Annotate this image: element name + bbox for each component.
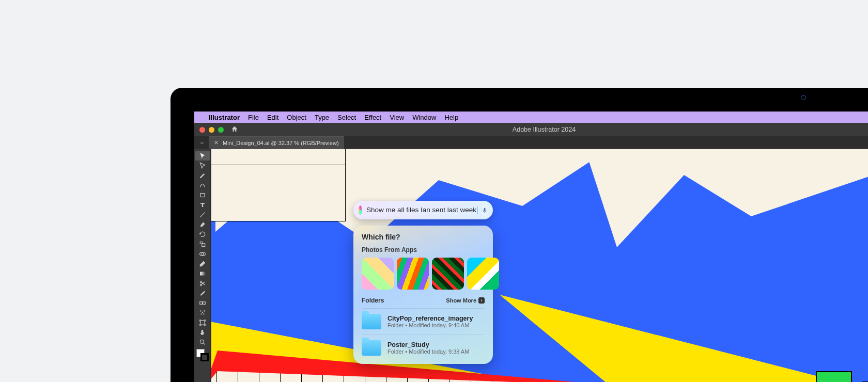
canvas[interactable]: Show me all files Ian sent last week Whi… (211, 149, 868, 382)
workspace: Show me all files Ian sent last week Whi… (194, 149, 868, 382)
tool-gradient[interactable] (195, 268, 210, 278)
tool-hand[interactable] (195, 327, 210, 337)
menu-edit[interactable]: Edit (267, 114, 278, 121)
microphone-icon[interactable] (482, 204, 488, 216)
folder-icon (362, 314, 381, 329)
tool-rectangle[interactable] (195, 190, 210, 200)
menu-type[interactable]: Type (315, 114, 329, 121)
tool-eyedropper[interactable] (195, 288, 210, 298)
app-title: Adobe Illustrator 2024 (194, 126, 868, 133)
home-icon[interactable] (231, 125, 238, 134)
stroke-swatch[interactable] (200, 353, 209, 361)
close-window-button[interactable] (199, 127, 205, 133)
menu-view[interactable]: View (390, 114, 404, 121)
siri-icon (359, 205, 362, 215)
tool-paintbrush[interactable] (195, 219, 210, 229)
document-tab[interactable]: ✕ Mini_Design_04.ai @ 32.37 % (RGB/Previ… (209, 136, 344, 149)
tool-shape-builder[interactable] (195, 249, 210, 259)
siri-popover: Show me all files Ian sent last week Whi… (353, 201, 495, 364)
artwork-shape (583, 149, 868, 247)
document-tab-label: Mini_Design_04.ai @ 32.37 % (RGB/Preview… (223, 140, 339, 146)
photo-thumbnails (362, 258, 485, 290)
folder-meta: Folder • Modified today, 9:40 AM (388, 322, 485, 328)
tool-zoom[interactable] (195, 337, 210, 347)
chevron-right-icon: › (478, 297, 485, 304)
siri-search-field[interactable]: Show me all files Ian sent last week (353, 201, 493, 219)
folder-name: Poster_Study (388, 341, 485, 348)
siri-results-panel: Which file? Photos From Apps Folders Sho… (353, 226, 493, 364)
tool-rotate[interactable] (195, 229, 210, 239)
photo-thumbnail[interactable] (432, 258, 464, 290)
tool-blend[interactable] (195, 298, 210, 308)
minimize-window-button[interactable] (209, 127, 214, 133)
folder-meta: Folder • Modified today, 9:38 AM (388, 348, 485, 355)
close-tab-icon[interactable]: ✕ (214, 139, 219, 146)
expand-panels-icon[interactable]: ›› (195, 136, 209, 149)
menu-effect[interactable]: Effect (364, 114, 381, 121)
folder-result-row[interactable]: CityPop_reference_imagery Folder • Modif… (362, 308, 485, 335)
macos-menubar: Illustrator File Edit Object Type Select… (194, 112, 868, 123)
fullscreen-window-button[interactable] (218, 127, 224, 133)
menu-window[interactable]: Window (412, 114, 436, 121)
siri-query-text[interactable]: Show me all files Ian sent last week (366, 206, 477, 214)
results-title: Which file? (362, 233, 485, 241)
monitor-frame: Illustrator File Edit Object Type Select… (171, 88, 868, 382)
svg-rect-9 (203, 301, 205, 304)
svg-point-14 (203, 313, 204, 314)
menu-app-name[interactable]: Illustrator (209, 114, 240, 121)
section-folders-header: Folders Show More › (362, 297, 485, 304)
section-folders-label: Folders (362, 297, 384, 304)
menu-object[interactable]: Object (287, 114, 306, 121)
tool-scissors[interactable] (195, 278, 210, 288)
artwork-shape (211, 149, 346, 221)
window-traffic-lights (199, 127, 224, 133)
tool-line[interactable] (195, 210, 210, 219)
artwork-shape (816, 371, 852, 382)
svg-point-16 (200, 340, 204, 343)
folder-icon (362, 340, 381, 356)
photo-thumbnail[interactable] (362, 258, 394, 290)
tool-scale[interactable] (195, 239, 210, 249)
document-tab-row: ›› ✕ Mini_Design_04.ai @ 32.37 % (RGB/Pr… (194, 136, 868, 149)
svg-rect-5 (200, 272, 205, 275)
section-photos-label: Photos From Apps (362, 246, 485, 253)
tool-artboard[interactable] (195, 317, 210, 327)
menu-select[interactable]: Select (337, 114, 356, 121)
menu-help[interactable]: Help (444, 114, 458, 121)
tool-curvature[interactable] (195, 180, 210, 190)
svg-point-13 (200, 313, 202, 314)
tool-pen[interactable] (195, 170, 210, 180)
folder-result-row[interactable]: Poster_Study Folder • Modified today, 9:… (362, 335, 485, 361)
photo-thumbnail[interactable] (467, 258, 499, 290)
folder-name: CityPop_reference_imagery (388, 315, 485, 322)
svg-rect-0 (200, 193, 204, 197)
tool-type[interactable] (195, 200, 210, 210)
fill-stroke-swatch[interactable] (196, 349, 209, 361)
show-more-button[interactable]: Show More › (446, 297, 485, 304)
svg-point-10 (200, 310, 201, 311)
svg-point-12 (204, 310, 205, 311)
menu-file[interactable]: File (248, 114, 259, 121)
tools-panel (194, 149, 211, 382)
app-titlebar: Adobe Illustrator 2024 (194, 123, 868, 136)
svg-point-11 (202, 311, 203, 312)
svg-rect-15 (200, 320, 204, 324)
tool-direct-selection[interactable] (195, 161, 210, 170)
tool-symbol-sprayer[interactable] (195, 308, 210, 317)
tool-eraser[interactable] (195, 259, 210, 268)
camera-led-icon (801, 95, 806, 100)
svg-rect-8 (199, 301, 202, 304)
photo-thumbnail[interactable] (397, 258, 429, 290)
screen: Illustrator File Edit Object Type Select… (194, 112, 868, 382)
tool-selection[interactable] (195, 151, 210, 161)
